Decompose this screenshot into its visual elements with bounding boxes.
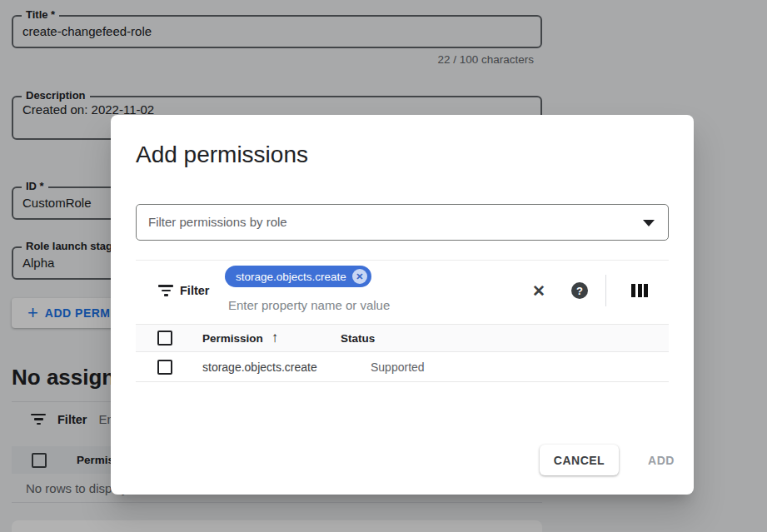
dialog-title: Add permissions (136, 142, 308, 168)
filter-chip-label: storage.objects.create (236, 271, 346, 283)
status-column-header[interactable]: Status (341, 332, 375, 345)
add-permissions-dialog: Add permissions Filter permissions by ro… (111, 115, 694, 495)
toolbar-separator (605, 275, 606, 306)
create-role-screen: Title * create-changefeed-role 22 / 100 … (0, 0, 767, 532)
permissions-table-header: Permission ↑ Status (136, 324, 669, 352)
permissions-table: Permission ↑ Status storage.objects.crea… (136, 324, 669, 382)
clear-filters-icon[interactable]: ✕ (527, 279, 550, 302)
select-all-checkbox[interactable] (157, 331, 172, 346)
filter-chip[interactable]: storage.objects.create ✕ (225, 266, 371, 287)
status-cell: Supported (371, 360, 425, 374)
permission-cell: storage.objects.create (202, 360, 371, 374)
dropdown-arrow-icon (643, 220, 655, 226)
filter-label: Filter (180, 284, 209, 297)
column-display-options-icon[interactable] (630, 284, 649, 297)
filter-input[interactable] (228, 296, 503, 314)
filter-icon (158, 285, 173, 296)
help-icon[interactable]: ? (571, 282, 588, 299)
cancel-button[interactable]: CANCEL (540, 445, 619, 475)
role-filter-placeholder: Filter permissions by role (148, 215, 287, 229)
role-filter-combobox[interactable]: Filter permissions by role (136, 204, 669, 241)
row-checkbox[interactable] (157, 360, 172, 375)
sort-ascending-icon[interactable]: ↑ (271, 330, 279, 346)
add-button[interactable]: ADD (635, 445, 687, 475)
chip-remove-icon[interactable]: ✕ (352, 269, 367, 284)
toolbar-divider (136, 260, 669, 261)
permission-column-header[interactable]: Permission (202, 332, 263, 345)
table-row[interactable]: storage.objects.create Supported (136, 352, 669, 382)
